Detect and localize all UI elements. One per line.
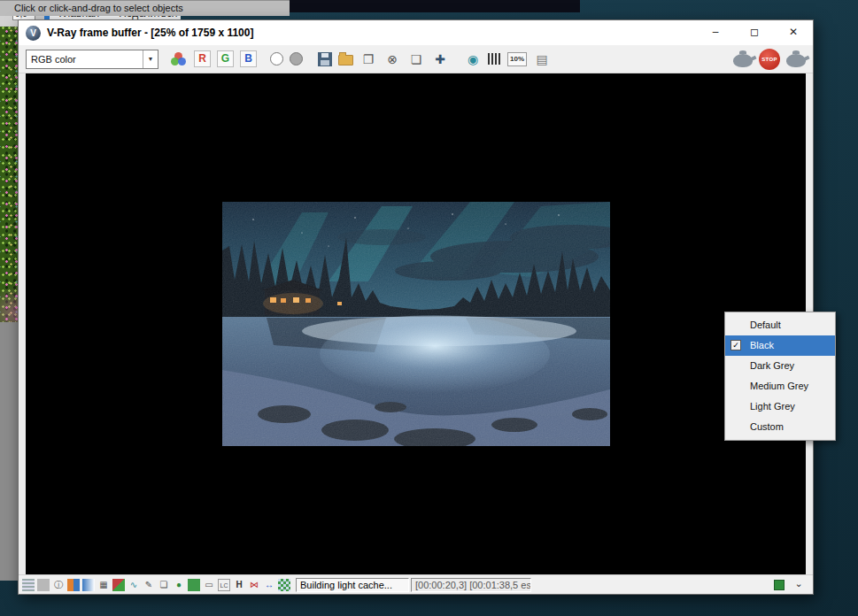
curve-icon[interactable]: ∿ <box>128 579 140 591</box>
checker-icon[interactable] <box>278 579 290 591</box>
bowtie-icon[interactable]: ⋈ <box>248 579 260 591</box>
background-color-context-menu: Default ✓Black Dark Grey Medium Grey Lig… <box>724 312 836 441</box>
statusbar-chevron-icon[interactable]: ⌄ <box>792 577 806 591</box>
histogram-icon[interactable] <box>67 579 80 591</box>
lc-icon[interactable]: LC <box>218 579 230 591</box>
status-message-field: Building light cache... <box>296 578 409 592</box>
vray-logo-icon: V <box>26 26 41 41</box>
resolution-percent-button[interactable]: 10% <box>507 52 527 66</box>
memory-indicator-icon <box>774 580 785 590</box>
menu-item-default[interactable]: Default <box>725 315 835 335</box>
alpha-channel-icon[interactable] <box>270 52 283 65</box>
menu-item-black[interactable]: ✓Black <box>725 335 835 356</box>
h-icon[interactable]: H <box>233 579 245 591</box>
menu-item-medium-grey[interactable]: Medium Grey <box>725 376 835 397</box>
stop-render-button[interactable]: STOP <box>759 49 780 70</box>
vfb-black-background <box>26 73 806 574</box>
layers-icon[interactable]: ❏ <box>158 579 170 591</box>
track-mouse-icon[interactable]: ✚ <box>431 50 449 68</box>
info-icon[interactable]: ⓘ <box>52 579 65 591</box>
close-button[interactable]: ✕ <box>774 20 813 45</box>
compare-icon[interactable] <box>112 579 125 591</box>
vfb-canvas-area <box>19 73 813 574</box>
green-channel-button[interactable]: G <box>217 50 234 67</box>
rendered-image <box>222 202 610 446</box>
minimize-button[interactable]: – <box>696 20 735 45</box>
clipboard-copy-icon[interactable]: ❐ <box>359 50 377 68</box>
clear-image-icon[interactable]: ⊗ <box>383 50 401 68</box>
vfb-toolbar: RGB color ▼ R G B ❐ ⊗ ❏ ✚ ◉ 10% ▤ STOP <box>19 45 813 73</box>
render-teapot-icon[interactable] <box>786 54 806 67</box>
pencil-icon[interactable]: ✎ <box>143 579 155 591</box>
monitor-icon[interactable]: ▭ <box>203 579 215 591</box>
menu-item-light-grey[interactable]: Light Grey <box>725 397 835 417</box>
h-arrows-icon[interactable]: ↔ <box>263 579 275 591</box>
desktop: me :Us :Us 94 d 4.1 e ra ree mic mic din… <box>0 0 858 616</box>
menu-item-custom[interactable]: Custom <box>725 417 835 437</box>
gradient-icon[interactable] <box>82 579 95 591</box>
green-dot-icon[interactable]: ● <box>173 579 185 591</box>
checkmark-icon: ✓ <box>730 340 741 350</box>
max-prompt-bar: Click or click-and-drag to select object… <box>0 0 290 16</box>
open-folder-icon[interactable] <box>338 55 353 65</box>
save-image-icon[interactable] <box>318 52 332 66</box>
pixel-grid-icon[interactable]: ▦ <box>97 579 110 591</box>
channel-select-dropdown[interactable]: RGB color ▼ <box>26 50 158 69</box>
vfb-titlebar[interactable]: V V-Ray frame buffer - [25% of 1759 x 11… <box>19 20 813 45</box>
menu-item-dark-grey[interactable]: Dark Grey <box>725 356 835 376</box>
swatch-icon[interactable] <box>188 579 200 591</box>
menu-item-black-label: Black <box>750 340 774 350</box>
blue-channel-button[interactable]: B <box>240 50 257 67</box>
render-time-field: [00:00:20,3] [00:01:38,5 est] <box>411 578 531 592</box>
grid-icon[interactable] <box>22 579 35 591</box>
chevron-down-icon: ▼ <box>143 50 158 68</box>
stamp-icon[interactable]: ▤ <box>533 50 551 68</box>
printer-icon[interactable] <box>37 579 50 591</box>
duplicate-buffer-icon[interactable]: ❏ <box>407 50 425 68</box>
window-title: V-Ray frame buffer - [25% of 1759 x 1100… <box>47 27 253 39</box>
vray-frame-buffer-window: V V-Ray frame buffer - [25% of 1759 x 11… <box>18 19 814 595</box>
vfb-statusbar: ⓘ ▦ ∿ ✎ ❏ ● ▭ LC H ⋈ ↔ Building light ca… <box>19 574 813 594</box>
red-channel-button[interactable]: R <box>194 50 211 67</box>
swirl-icon[interactable]: ◉ <box>464 50 482 68</box>
color-correction-bars-icon[interactable] <box>488 53 501 65</box>
monochrome-icon[interactable] <box>290 52 303 65</box>
rgb-channels-icon[interactable] <box>170 50 188 68</box>
maximize-button[interactable]: ◻ <box>735 20 774 45</box>
window-controls: – ◻ ✕ <box>696 20 813 45</box>
channel-select-value: RGB color <box>27 54 143 65</box>
render-last-teapot-icon[interactable] <box>733 54 753 67</box>
